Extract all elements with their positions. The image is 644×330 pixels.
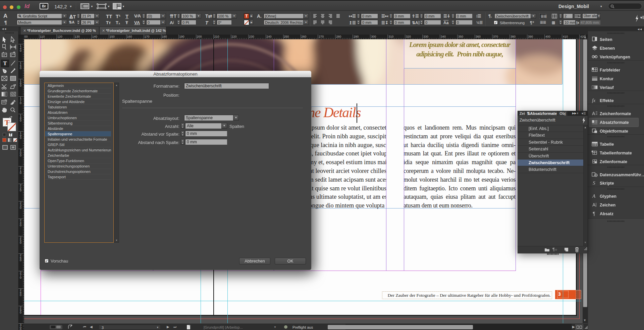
svg-text:A: A [592, 111, 595, 116]
svg-text:¶: ¶ [593, 211, 595, 216]
svg-text:A: A [592, 193, 596, 199]
svg-text:S: S [593, 180, 595, 186]
svg-text:A: A [592, 202, 596, 207]
svg-text:fx: fx [592, 98, 596, 103]
